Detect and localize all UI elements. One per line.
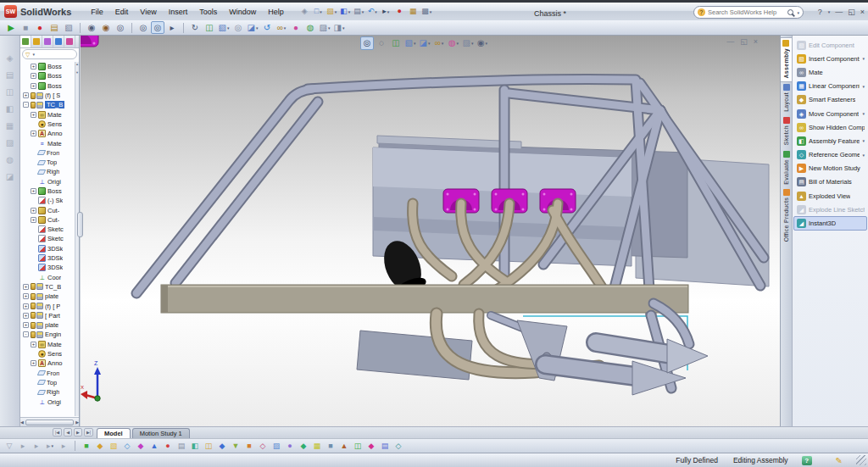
mate-button[interactable]: ∞Mate: [793, 65, 867, 79]
linear-component-pattern-button[interactable]: ▦Linear Component ...▾: [793, 80, 867, 93]
doc-minimize-button[interactable]: —: [726, 37, 734, 46]
expand-icon[interactable]: +: [23, 92, 29, 98]
view-settings-icon[interactable]: ◨▾: [332, 21, 346, 34]
collapse-icon[interactable]: -: [23, 331, 29, 337]
filter-icon-icon[interactable]: ◫: [203, 440, 214, 452]
tree-item[interactable]: +plate: [20, 292, 75, 301]
feature-manager-tab[interactable]: [20, 36, 31, 47]
tab-nav-button[interactable]: ▶|: [84, 428, 93, 436]
help-dropdown-icon[interactable]: ▾: [828, 9, 831, 14]
exploded-view-button[interactable]: ▲Exploded View: [793, 189, 867, 203]
filter-icon-icon[interactable]: ▨: [270, 440, 282, 452]
filter-icon-icon[interactable]: ▲: [148, 440, 160, 452]
stamp-icon[interactable]: ▨: [3, 137, 17, 148]
expand-icon[interactable]: +: [23, 293, 29, 299]
expand-icon[interactable]: +: [31, 131, 36, 136]
filter-icon-icon[interactable]: ●: [162, 440, 174, 452]
tree-item[interactable]: +Boss: [20, 71, 75, 81]
expand-icon[interactable]: +: [23, 313, 29, 319]
scroll-left-icon[interactable]: ◀: [20, 420, 24, 425]
bill-of-materials-button[interactable]: ▤Bill of Materials: [793, 175, 867, 189]
tree-item[interactable]: ⊥Origi: [20, 177, 75, 186]
filter-icon-icon[interactable]: ◆: [216, 440, 228, 452]
expand-icon[interactable]: +: [23, 322, 29, 328]
expand-icon[interactable]: +: [31, 342, 36, 347]
filter-icon-icon[interactable]: ◆: [298, 440, 309, 452]
tree-item[interactable]: ⊥Origi: [20, 397, 75, 406]
search-dropdown-icon[interactable]: ▾: [797, 10, 799, 15]
filter-icon-icon[interactable]: ■: [81, 440, 92, 452]
tree-item[interactable]: Top: [20, 378, 75, 387]
configuration-manager-tab[interactable]: [42, 36, 53, 47]
collapse-icon[interactable]: -: [23, 102, 29, 108]
graphics-viewport[interactable]: Z X ◎◌◫▧▾◪▾∞▾◍▾▨▾◉▾ — ◱ ×: [81, 36, 780, 426]
quick-tips-icon[interactable]: ◈: [298, 5, 311, 19]
tree-item[interactable]: -Engin: [20, 330, 75, 339]
tree-item[interactable]: +Cut-: [20, 205, 75, 214]
dimxpert-manager-tab[interactable]: [53, 36, 64, 47]
filter-icon-icon[interactable]: ▼: [230, 440, 242, 452]
filter-icon-icon[interactable]: ▦: [311, 440, 323, 452]
rotate-view-icon[interactable]: ↻: [188, 21, 202, 34]
table-icon[interactable]: ▦: [3, 120, 17, 131]
filter-clear-icon[interactable]: ▸: [17, 440, 29, 452]
filter-icon-icon[interactable]: ▧: [108, 440, 120, 452]
record-macro-icon[interactable]: ●: [33, 21, 47, 34]
help-search[interactable]: ? ▾: [693, 6, 804, 19]
scroll-thumb[interactable]: [25, 420, 74, 425]
stop-macro-icon[interactable]: ■: [19, 21, 32, 34]
filter-icon-icon[interactable]: ●: [284, 440, 296, 452]
appearance-icon[interactable]: ◍▾: [447, 36, 460, 50]
property-manager-tab[interactable]: [31, 36, 42, 47]
resize-grip[interactable]: [856, 455, 866, 465]
expand-icon[interactable]: +: [31, 83, 36, 89]
filter-icon-icon[interactable]: ◆: [94, 440, 106, 452]
doc-restore-button[interactable]: ◱: [740, 37, 748, 46]
filter-icon-icon[interactable]: ◇: [121, 440, 133, 452]
model-canvas[interactable]: Z X: [81, 36, 780, 426]
view-orientation-icon[interactable]: ▧▾: [403, 36, 417, 50]
edit-appearance-icon[interactable]: ◍: [303, 21, 317, 34]
expand-icon[interactable]: +: [31, 217, 36, 223]
tree-item[interactable]: 3DSk: [20, 263, 75, 272]
hide-show-items-icon[interactable]: ∞▾: [432, 36, 446, 50]
tree-item[interactable]: Top: [20, 158, 75, 167]
filter-icon-icon[interactable]: ▤: [175, 440, 187, 452]
tree-item[interactable]: +(f) [ P: [20, 301, 75, 310]
tab-nav-button[interactable]: ◀: [64, 428, 72, 436]
tree-item[interactable]: +AAnno: [20, 359, 75, 368]
edit-macro-icon[interactable]: ▧: [62, 21, 75, 34]
instant3d-button[interactable]: ◢Instant3D: [793, 216, 867, 230]
file-properties-icon[interactable]: ▦: [407, 5, 420, 19]
doc-close-button[interactable]: ×: [754, 37, 758, 46]
image-icon[interactable]: ◫: [3, 86, 17, 97]
tab-office-products[interactable]: Office Products: [781, 187, 793, 245]
tree-item[interactable]: +plate: [20, 320, 75, 330]
filter-pointer-icon[interactable]: ▸: [31, 440, 42, 452]
help-button[interactable]: ?: [818, 8, 822, 16]
section-view-icon[interactable]: ◫: [389, 36, 403, 50]
reference-geometry-button[interactable]: ◇Reference Geometry▾: [793, 148, 867, 162]
refresh-view-icon[interactable]: ↺: [260, 21, 274, 34]
appearance-icon[interactable]: ●: [289, 21, 303, 34]
copy-settings-icon[interactable]: ▤: [47, 21, 61, 34]
display-manager-tab[interactable]: [64, 36, 75, 47]
options-icon[interactable]: ▩▾: [420, 5, 433, 19]
open-icon[interactable]: ▧▾: [326, 5, 338, 19]
filter-icon-icon[interactable]: ■: [243, 440, 255, 452]
deselect-icon[interactable]: ▸: [165, 21, 179, 34]
tree-item[interactable]: +Boss: [20, 81, 75, 91]
note-icon[interactable]: ▤: [3, 69, 17, 81]
tree-item[interactable]: ≡Mate: [20, 138, 75, 147]
record-video-icon[interactable]: ◉: [99, 21, 113, 34]
tree-item[interactable]: 3DSk: [20, 244, 75, 253]
tree-item[interactable]: +∞Mate: [20, 109, 75, 119]
menu-help[interactable]: Help: [262, 5, 290, 19]
tree-item[interactable]: -TC_B: [20, 100, 75, 109]
new-document-icon[interactable]: □▾: [312, 5, 325, 19]
tab-assembly[interactable]: Assembly: [781, 37, 793, 82]
tree-item[interactable]: 3DSk: [20, 253, 75, 263]
tab-model[interactable]: Model: [97, 428, 131, 438]
zoom-fit-icon[interactable]: ◌: [375, 36, 388, 50]
close-button[interactable]: ×: [860, 8, 865, 16]
